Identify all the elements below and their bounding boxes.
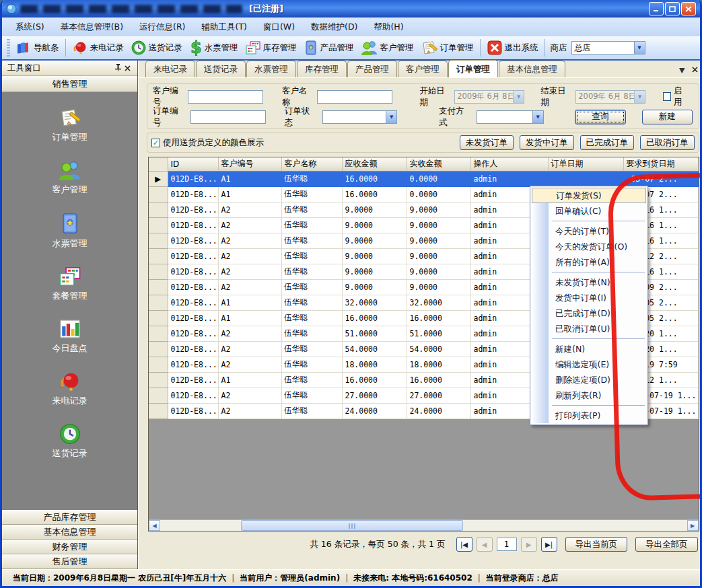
menu-item[interactable]: 辅助工具(T) [195, 20, 254, 35]
row-selector-cell[interactable]: ▶ [149, 171, 168, 186]
toolbar-delivery-record-button[interactable]: 送货记录 [127, 39, 186, 57]
page-number-input[interactable] [497, 538, 517, 551]
minimize-button[interactable] [649, 2, 664, 15]
table-row[interactable]: ▶012D-E8...A1伍华聪16.00000.0000admin-03-07… [149, 171, 698, 186]
status-filter-button[interactable]: 发货中订单 [520, 135, 574, 150]
pin-icon[interactable] [113, 63, 122, 73]
row-selector-cell[interactable] [149, 310, 168, 326]
column-header[interactable]: 应收金额 [342, 157, 407, 171]
context-menu-item[interactable]: 今天的发货订单(O) [532, 239, 646, 254]
start-date-picker[interactable]: 2009年 6月 8日 ▼ [454, 90, 524, 104]
chevron-down-icon[interactable]: ▼ [513, 91, 524, 103]
context-menu-item[interactable]: 发货中订单(I) [532, 290, 646, 305]
chevron-down-icon[interactable]: ▼ [386, 111, 396, 123]
toolbar-grip[interactable] [7, 39, 10, 57]
tab-订单管理[interactable]: 订单管理 [448, 60, 498, 77]
context-menu-item[interactable]: 所有的订单(A) [532, 254, 646, 270]
menu-item[interactable]: 数据维护(D) [304, 20, 364, 35]
context-menu-item[interactable]: 已完成订单(D) [532, 305, 646, 321]
tab-基本信息管理[interactable]: 基本信息管理 [499, 61, 565, 77]
chevron-down-icon[interactable]: ▼ [634, 91, 645, 103]
sidebar-panel[interactable]: 财务管理 [2, 540, 137, 554]
sidebar-panel[interactable]: 产品库存管理 [2, 510, 137, 525]
row-selector-cell[interactable] [149, 279, 168, 295]
prev-page-button[interactable]: ◀ [477, 537, 493, 552]
row-selector-cell[interactable] [149, 295, 168, 310]
scrollbar-track[interactable] [160, 520, 687, 531]
status-filter-button[interactable]: 已完成订单 [580, 135, 635, 150]
scroll-right-icon[interactable]: ▶ [687, 520, 699, 531]
row-selector-cell[interactable] [149, 326, 168, 341]
next-page-button[interactable]: ▶ [521, 537, 537, 552]
context-menu-item[interactable]: 订单发货(S) [532, 188, 646, 203]
horizontal-scrollbar[interactable]: ◀ ▶ [149, 519, 699, 531]
tab-送货记录[interactable]: 送货记录 [196, 61, 246, 77]
sidebar-panel[interactable]: 基本信息管理 [2, 525, 137, 540]
row-selector-cell[interactable] [149, 264, 168, 279]
close-button[interactable] [681, 2, 696, 15]
sidebar-item-water-ticket-mgmt[interactable]: 水票管理 [52, 212, 87, 250]
tab-库存管理[interactable]: 库存管理 [297, 61, 347, 77]
menu-item[interactable]: 基本信息管理(B) [54, 20, 130, 35]
chevron-down-icon[interactable]: ▼ [634, 42, 645, 54]
scroll-left-icon[interactable]: ◀ [149, 520, 160, 531]
sidebar-item-call-record[interactable]: 来电记录 [52, 371, 87, 407]
tab-水票管理[interactable]: 水票管理 [246, 61, 296, 77]
column-header[interactable]: 要求到货日期 [623, 157, 698, 171]
tab-来电记录[interactable]: 来电记录 [145, 61, 195, 77]
status-filter-button[interactable]: 已取消订单 [640, 135, 695, 150]
column-header[interactable]: 客户编号 [218, 157, 281, 171]
toolbar-product-button[interactable]: 产品管理 [300, 38, 357, 57]
query-button[interactable]: 查询 [575, 110, 626, 124]
order-no-input[interactable] [190, 110, 266, 124]
toolbar-customer-button[interactable]: 客户管理 [357, 38, 417, 57]
sidebar-section-sales[interactable]: 销售管理 [2, 76, 137, 92]
sidebar-item-customer-mgmt[interactable]: 客户管理 [52, 159, 87, 196]
context-menu-item[interactable]: 编辑选定项(E) [532, 357, 646, 372]
context-menu-item[interactable]: 已取消订单(U) [532, 321, 646, 336]
context-menu-item[interactable]: 今天的订单(T) [532, 223, 646, 239]
close-panel-icon[interactable] [122, 63, 132, 73]
sidebar-panel[interactable]: 售后管理 [2, 554, 137, 569]
column-header[interactable]: 操作人 [470, 157, 548, 171]
column-header[interactable]: 客户名称 [281, 157, 342, 171]
customer-no-input[interactable] [188, 90, 263, 104]
context-menu-item[interactable]: 回单确认(C) [532, 203, 646, 219]
sidebar-item-delivery-record[interactable]: 送货记录 [52, 423, 87, 460]
end-date-picker[interactable]: 2009年 6月 8日 ▼ [575, 90, 645, 104]
menu-item[interactable]: 帮助(H) [367, 20, 410, 35]
customer-name-input[interactable] [317, 90, 392, 104]
first-page-button[interactable]: |◀ [456, 537, 472, 552]
row-selector-cell[interactable] [149, 341, 168, 357]
tab-客户管理[interactable]: 客户管理 [398, 61, 448, 77]
toolbar-inventory-button[interactable]: 库存管理 [242, 39, 300, 57]
toolbar-order-button[interactable]: 订单管理 [417, 38, 477, 57]
row-selector-cell[interactable] [149, 372, 168, 388]
context-menu-item[interactable]: 刷新列表(R) [532, 388, 646, 403]
row-selector-cell[interactable] [149, 217, 168, 233]
chevron-down-icon[interactable]: ▼ [532, 111, 543, 123]
shop-select[interactable]: 总店 ▼ [571, 41, 645, 54]
context-menu-item[interactable]: 新建(N) [532, 341, 646, 357]
toolbar-call-record-button[interactable]: 来电记录 [69, 39, 127, 57]
enable-checkbox[interactable] [663, 92, 671, 101]
new-button[interactable]: 新建 [642, 110, 693, 124]
column-header[interactable]: 订单日期 [548, 157, 623, 171]
toolbar-navigator-button[interactable]: 导航条 [12, 39, 63, 57]
column-header[interactable]: 实收金额 [407, 157, 470, 171]
status-filter-button[interactable]: 未发货订单 [460, 135, 514, 150]
sidebar-item-combo-mgmt[interactable]: 套餐管理 [52, 266, 87, 302]
sidebar-item-daily-inventory[interactable]: 今日盘点 [52, 318, 87, 355]
context-menu-item[interactable]: 打印列表(P) [532, 408, 646, 423]
column-header[interactable]: ID [168, 157, 218, 171]
row-selector-cell[interactable] [149, 233, 168, 248]
menu-item[interactable]: 运行信息(R) [133, 20, 192, 35]
pay-method-select[interactable]: ▼ [477, 110, 544, 124]
row-selector-cell[interactable] [149, 248, 168, 264]
color-display-checkbox[interactable]: ✓ [151, 139, 160, 147]
export-current-page-button[interactable]: 导出当前页 [565, 537, 628, 552]
menu-item[interactable]: 系统(S) [9, 20, 51, 35]
row-selector-cell[interactable] [149, 202, 168, 217]
last-page-button[interactable]: ▶| [541, 537, 557, 552]
tab-list-dropdown-icon[interactable]: ▼ [679, 66, 685, 75]
